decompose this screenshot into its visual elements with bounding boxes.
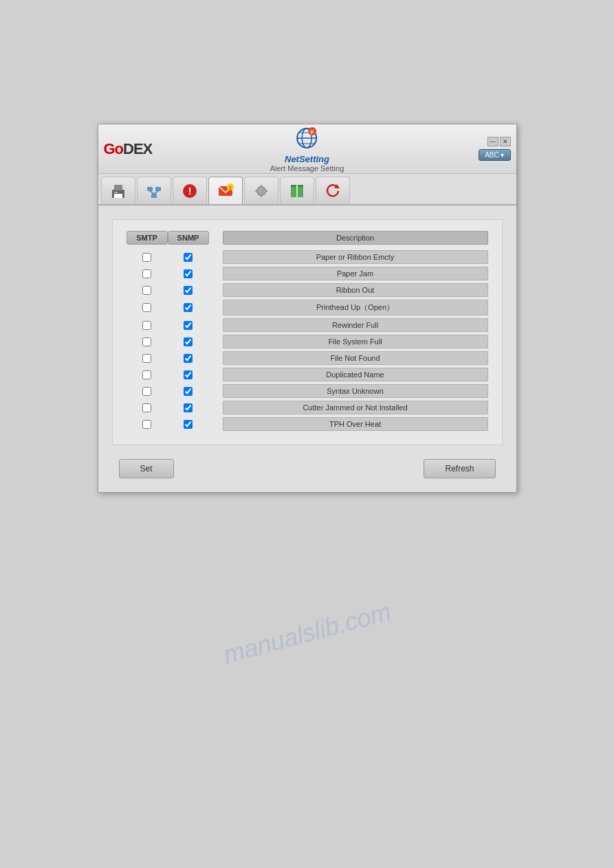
svg-rect-13 (151, 194, 157, 198)
smtp-checkbox-0[interactable] (142, 253, 151, 262)
netsetting-label: NetSetting (270, 154, 344, 164)
snmp-check-cell-0 (168, 253, 209, 262)
svg-line-15 (154, 191, 158, 194)
close-button[interactable]: ✕ (500, 137, 511, 146)
desc-cell-5: File System Full (223, 335, 488, 348)
desc-cell-4: Rewinder Full (223, 318, 488, 332)
header-desc: Description (223, 231, 488, 245)
svg-rect-27 (298, 185, 303, 187)
smtp-check-cell-1 (127, 269, 168, 278)
table-row: Duplicated Name (127, 368, 488, 381)
svg-rect-9 (114, 194, 122, 198)
snmp-checkbox-5[interactable] (184, 337, 193, 346)
smtp-checkbox-10[interactable] (142, 420, 151, 429)
table-row: Syntax Unknown (127, 384, 488, 398)
snmp-check-cell-4 (168, 321, 209, 330)
window-controls: — ✕ ABC ▾ (479, 137, 510, 161)
snmp-check-cell-3 (168, 303, 209, 312)
tab-refresh[interactable] (316, 177, 350, 204)
desc-cell-9: Cutter Jammed or Not Installed (223, 401, 488, 414)
svg-rect-11 (147, 187, 153, 191)
snmp-checkbox-4[interactable] (184, 321, 193, 330)
snmp-checkbox-1[interactable] (184, 269, 193, 278)
window-subtitle: Alert Message Setting (270, 164, 344, 173)
tab-settings[interactable] (244, 177, 278, 204)
smtp-check-cell-6 (127, 354, 168, 363)
table-row: Printhead Up（Open） (127, 300, 488, 315)
snmp-checkbox-3[interactable] (184, 303, 193, 312)
snmp-check-cell-1 (168, 269, 209, 278)
center-area: F NetSetting Alert Message Setting (270, 126, 344, 173)
table-row: TPH Over Heat (127, 417, 488, 431)
smtp-checkbox-8[interactable] (142, 387, 151, 396)
table-row: Rewinder Full (127, 318, 488, 332)
snmp-check-cell-9 (168, 403, 209, 412)
snmp-checkbox-8[interactable] (184, 387, 193, 396)
smtp-checkbox-2[interactable] (142, 286, 151, 295)
svg-text:!: ! (229, 185, 231, 191)
smtp-check-cell-5 (127, 337, 168, 346)
alert-table: SMTP SNMP Description Paper or Ribbon Em… (112, 219, 503, 445)
tab-tools[interactable] (280, 177, 314, 204)
smtp-checkbox-7[interactable] (142, 370, 151, 379)
svg-rect-8 (114, 185, 122, 190)
netsetting-icon: F (294, 126, 321, 151)
desc-cell-3: Printhead Up（Open） (223, 300, 488, 315)
snmp-checkbox-0[interactable] (184, 253, 193, 262)
snmp-check-cell-8 (168, 387, 209, 396)
snmp-checkbox-2[interactable] (184, 286, 193, 295)
snmp-check-cell-7 (168, 370, 209, 379)
smtp-checkbox-9[interactable] (142, 403, 151, 412)
table-row: Cutter Jammed or Not Installed (127, 401, 488, 414)
snmp-check-cell-10 (168, 420, 209, 429)
set-button[interactable]: Set (119, 459, 174, 478)
svg-rect-12 (155, 187, 161, 191)
smtp-checkbox-1[interactable] (142, 269, 151, 278)
snmp-checkbox-9[interactable] (184, 403, 193, 412)
title-bar: GoDEX F NetSetting Alert Message Setting… (98, 124, 516, 174)
desc-cell-8: Syntax Unknown (223, 384, 488, 398)
svg-line-14 (150, 191, 154, 194)
table-row: Ribbon Out (127, 283, 488, 297)
buttons-row: Set Refresh (112, 459, 503, 478)
svg-rect-26 (291, 185, 296, 187)
tab-network[interactable] (137, 177, 171, 204)
godex-logo: GoDEX (104, 140, 153, 158)
smtp-checkbox-5[interactable] (142, 337, 151, 346)
tab-alert[interactable]: ! (173, 177, 207, 204)
desc-cell-10: TPH Over Heat (223, 417, 488, 431)
smtp-check-cell-9 (127, 403, 168, 412)
snmp-checkbox-6[interactable] (184, 354, 193, 363)
tab-alert-message[interactable]: ! (208, 177, 243, 204)
desc-cell-0: Paper or Ribbon Emcty (223, 250, 488, 264)
smtp-check-cell-8 (127, 387, 168, 396)
svg-text:F: F (311, 129, 314, 135)
snmp-check-cell-6 (168, 354, 209, 363)
smtp-check-cell-10 (127, 420, 168, 429)
smtp-checkbox-4[interactable] (142, 321, 151, 330)
main-window: GoDEX F NetSetting Alert Message Setting… (98, 124, 517, 493)
smtp-check-cell-4 (127, 321, 168, 330)
snmp-checkbox-10[interactable] (184, 420, 193, 429)
smtp-check-cell-3 (127, 303, 168, 312)
smtp-checkbox-3[interactable] (142, 303, 151, 312)
desc-cell-2: Ribbon Out (223, 283, 488, 297)
refresh-button[interactable]: Refresh (424, 459, 495, 478)
content-area: SMTP SNMP Description Paper or Ribbon Em… (98, 205, 516, 492)
watermark: manualslib.com (220, 597, 393, 669)
table-row: Paper Jam (127, 267, 488, 280)
header-smtp: SMTP (127, 231, 168, 245)
table-rows: Paper or Ribbon EmctyPaper JamRibbon Out… (127, 250, 488, 431)
smtp-checkbox-6[interactable] (142, 354, 151, 363)
smtp-check-cell-7 (127, 370, 168, 379)
svg-rect-10 (114, 192, 118, 193)
minimize-button[interactable]: — (487, 137, 498, 146)
table-header: SMTP SNMP Description (127, 231, 488, 245)
smtp-check-cell-0 (127, 253, 168, 262)
language-button[interactable]: ABC ▾ (479, 149, 510, 161)
tab-printer[interactable] (101, 177, 135, 204)
win-buttons: — ✕ (487, 137, 511, 146)
smtp-check-cell-2 (127, 286, 168, 295)
snmp-checkbox-7[interactable] (184, 370, 193, 379)
snmp-check-cell-5 (168, 337, 209, 346)
